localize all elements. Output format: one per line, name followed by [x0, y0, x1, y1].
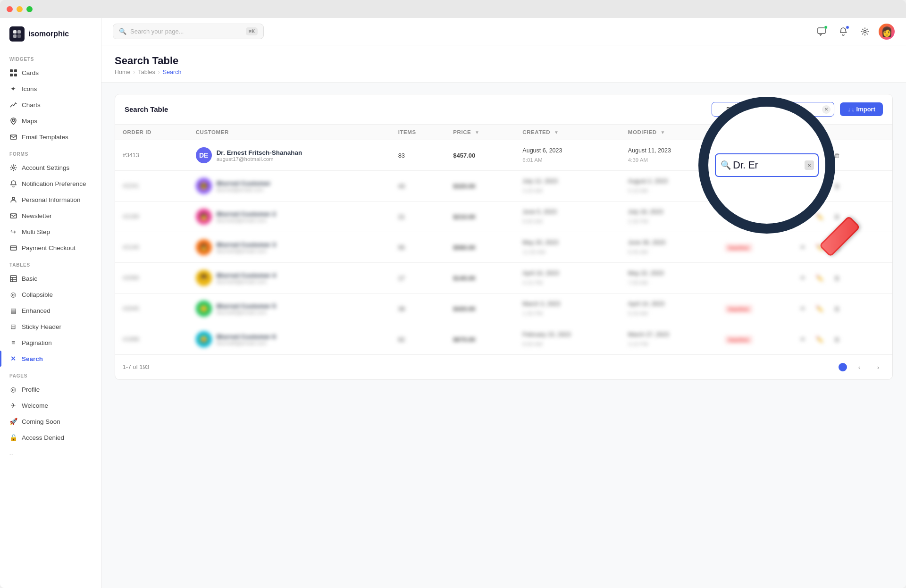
sidebar-item-cards[interactable]: Cards — [0, 65, 101, 81]
search-clear-button[interactable]: ✕ — [822, 105, 830, 114]
view-button[interactable]: 👁 — [796, 241, 809, 254]
sidebar-item-icons[interactable]: ✦ Icons — [0, 81, 101, 97]
svg-rect-14 — [10, 276, 17, 282]
sidebar-item-notification-preference[interactable]: Notification Preference — [0, 176, 101, 192]
table-header-actions: 🔍 ✕ ↓ ↓ Import — [712, 102, 883, 117]
profile-icon: ◎ — [9, 386, 17, 393]
cell-order-id: #2241 — [115, 171, 188, 202]
edit-button[interactable]: ✏️ — [813, 210, 826, 223]
sidebar-item-coming-soon[interactable]: 🚀 Coming Soon — [0, 413, 101, 429]
cell-customer: 👦 Blurred Customer 4 blurred4@email.com — [188, 263, 391, 294]
table-row: #2241 😎 Blurred Customer blurred@email.c… — [115, 171, 892, 202]
view-button[interactable]: 👁 — [796, 179, 809, 193]
sidebar-item-account-settings[interactable]: Account Settings — [0, 160, 101, 176]
sidebar-item-basic[interactable]: Basic — [0, 270, 101, 286]
delete-button[interactable]: 🗑 — [830, 149, 843, 162]
delete-button[interactable]: 🗑 — [830, 241, 843, 254]
sidebar-item-search[interactable]: ✕ Search — [0, 351, 101, 367]
maximize-button[interactable] — [26, 6, 33, 12]
edit-button[interactable]: ✏️ — [813, 179, 826, 193]
sidebar-item-pagination[interactable]: ≡ Pagination — [0, 335, 101, 351]
cell-price: $457.00 — [445, 140, 515, 171]
pagination-row: 1-7 of 193 ‹ › — [115, 354, 892, 379]
breadcrumb-home[interactable]: Home — [115, 69, 130, 76]
edit-button[interactable]: ✏️ — [813, 149, 826, 162]
sidebar-item-payment-checkout[interactable]: Payment Checkout — [0, 240, 101, 256]
notifications-badge — [846, 25, 849, 29]
delete-button[interactable]: 🗑 — [830, 210, 843, 223]
col-modified[interactable]: MODIFIED ▼ — [621, 125, 717, 140]
view-button[interactable]: 👁 — [796, 210, 809, 223]
sidebar-item-profile[interactable]: ◎ Profile — [0, 381, 101, 397]
data-table: ORDER ID CUSTOMER ITEMS PRICE ▼ — [115, 125, 892, 354]
settings-button[interactable] — [857, 24, 873, 40]
edit-button[interactable]: ✏️ — [813, 302, 826, 315]
breadcrumb-tables[interactable]: Tables — [138, 69, 155, 76]
tables-section-label: TABLES — [0, 256, 101, 270]
sidebar-item-newsletter-label: Newsletter — [22, 212, 52, 219]
table-search-input[interactable] — [712, 102, 834, 117]
view-button[interactable]: 👁 — [796, 149, 809, 162]
svg-rect-6 — [10, 74, 13, 76]
sidebar-item-collapsible-label: Collapsible — [22, 291, 53, 298]
pagination-controls: ‹ › — [839, 361, 885, 374]
delete-button[interactable]: 🗑 — [830, 333, 843, 346]
user-avatar[interactable]: 👩 — [879, 24, 895, 40]
col-status: STATUS — [717, 125, 789, 140]
sidebar-item-access-denied[interactable]: 🔒 Access Denied — [0, 429, 101, 445]
sidebar-item-maps[interactable]: Maps — [0, 113, 101, 129]
sidebar-item-multi-step[interactable]: ↪ Multi Step — [0, 224, 101, 240]
sidebar-item-cards-label: Cards — [22, 69, 39, 76]
sidebar-item-basic-label: Basic — [22, 275, 37, 282]
col-created[interactable]: CREATED ▼ — [515, 125, 620, 140]
sidebar-item-welcome[interactable]: ✈ Welcome — [0, 397, 101, 413]
notifications-button[interactable] — [835, 24, 851, 40]
edit-button[interactable]: ✏️ — [813, 271, 826, 285]
global-search[interactable]: 🔍 Search your page... ⌘K — [113, 24, 264, 39]
edit-button[interactable]: ✏️ — [813, 333, 826, 346]
sidebar-item-pagination-label: Pagination — [22, 339, 52, 346]
view-button[interactable]: 👁 — [796, 271, 809, 285]
svg-point-16 — [864, 30, 866, 33]
close-button[interactable] — [7, 6, 13, 12]
pagination-prev[interactable]: ‹ — [853, 361, 866, 374]
enhanced-icon: ▤ — [9, 307, 17, 314]
sidebar-item-email-templates[interactable]: Email Templates — [0, 129, 101, 145]
lock-icon: 🔒 — [9, 434, 17, 441]
table-card-title: Search Table — [125, 105, 168, 113]
cell-order-id: #2140 — [115, 232, 188, 263]
col-price[interactable]: PRICE ▼ — [445, 125, 515, 140]
svg-rect-13 — [10, 246, 17, 250]
cell-created: February 15, 20238:00 AM — [515, 324, 620, 355]
view-button[interactable]: 👁 — [796, 302, 809, 315]
col-customer: CUSTOMER — [188, 125, 391, 140]
sidebar-item-maps-label: Maps — [22, 118, 37, 125]
view-button[interactable]: 👁 — [796, 333, 809, 346]
sidebar-item-enhanced[interactable]: ▤ Enhanced — [0, 302, 101, 319]
sidebar-item-sticky-header[interactable]: ⊟ Sticky Header — [0, 319, 101, 335]
sidebar-item-charts[interactable]: Charts — [0, 97, 101, 113]
logo-text: isomorphic — [28, 30, 69, 38]
delete-button[interactable]: 🗑 — [830, 302, 843, 315]
sidebar-item-personal-information[interactable]: Personal Information — [0, 192, 101, 208]
import-button[interactable]: ↓ ↓ Import — [840, 102, 883, 116]
sidebar-item-newsletter[interactable]: Newsletter — [0, 208, 101, 224]
minimize-button[interactable] — [17, 6, 23, 12]
delete-button[interactable]: 🗑 — [830, 271, 843, 285]
sidebar-item-coming-soon-label: Coming Soon — [22, 418, 60, 425]
delete-button[interactable]: 🗑 — [830, 179, 843, 193]
avatar-emoji: 👩 — [881, 26, 893, 37]
svg-rect-3 — [17, 34, 21, 38]
edit-button[interactable]: ✏️ — [813, 241, 826, 254]
cell-price: $320.00 — [445, 171, 515, 202]
messages-button[interactable] — [814, 24, 830, 40]
sidebar-item-collapsible[interactable]: ◎ Collapsible — [0, 286, 101, 302]
cell-actions: 👁 ✏️ 🗑 — [789, 294, 892, 324]
map-icon — [9, 117, 17, 125]
cell-items: 62 — [391, 324, 446, 355]
cell-customer: 😄 Blurred Customer 6 blurred6@email.com — [188, 324, 391, 355]
top-header: 🔍 Search your page... ⌘K 👩 — [101, 18, 906, 45]
pagination-next[interactable]: › — [872, 361, 885, 374]
newsletter-icon — [9, 212, 17, 219]
svg-point-10 — [12, 167, 14, 168]
